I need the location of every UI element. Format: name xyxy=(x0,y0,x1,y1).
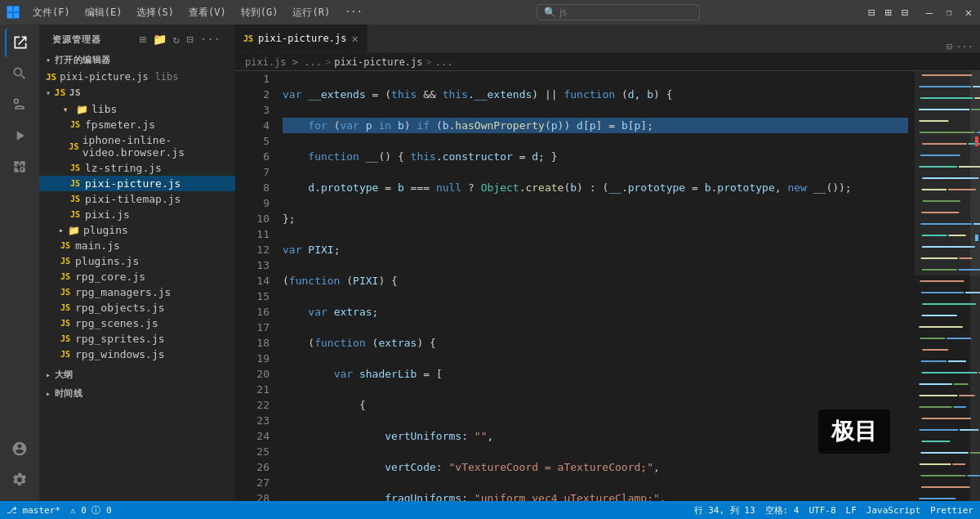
js-folder-chevron: ▾ xyxy=(46,88,51,97)
file-fpsmeter[interactable]: JS fpsmeter.js xyxy=(39,117,235,132)
tab-close-button[interactable]: ✕ xyxy=(351,32,358,45)
breadcrumb-sep-2: > xyxy=(426,56,432,68)
file-rpg-windows[interactable]: JS rpg_windows.js xyxy=(39,347,235,362)
maximize-button[interactable]: ❐ xyxy=(944,7,954,17)
file-plugins-js[interactable]: JS plugins.js xyxy=(39,253,235,269)
file-pixi-picture[interactable]: JS pixi-picture.js xyxy=(39,176,235,191)
code-editor[interactable]: 12345 678910 1112131415 1617181920 21222… xyxy=(235,71,980,501)
language-mode[interactable]: JavaScript xyxy=(866,505,920,516)
file-rpg-scenes[interactable]: JS rpg_scenes.js xyxy=(39,315,235,331)
code-content[interactable]: var __extends = (this && this.__extends)… xyxy=(276,71,915,501)
minimap-slider[interactable] xyxy=(970,71,980,501)
sidebar-actions: ⊞ 📁 ↻ ⊟ ··· xyxy=(137,31,222,47)
new-file-button[interactable]: ⊞ xyxy=(137,31,147,47)
title-bar-left: 文件(F) 编辑(E) 选择(S) 查看(V) 转到(G) 运行(R) ··· xyxy=(7,4,369,21)
outline-header[interactable]: ▸ 大纲 xyxy=(39,365,235,384)
close-button[interactable]: ✕ xyxy=(964,7,973,17)
cursor-position[interactable]: 行 34, 列 13 xyxy=(694,504,755,517)
search-input[interactable] xyxy=(559,7,674,18)
tab-pixi-picture[interactable]: JS pixi-picture.js ✕ xyxy=(235,25,368,52)
sidebar-title: 资源管理器 xyxy=(52,34,101,46)
file-rpg-managers[interactable]: JS rpg_managers.js xyxy=(39,284,235,300)
breadcrumb-file[interactable]: pixi-picture.js xyxy=(334,56,422,68)
menu-goto[interactable]: 转到(G) xyxy=(234,4,285,21)
open-file-pixi-picture[interactable]: JS pixi-picture.js libs xyxy=(39,69,235,84)
activity-bottom xyxy=(5,434,34,501)
open-editors-section: ▾ 打开的编辑器 JS pixi-picture.js libs xyxy=(39,51,235,84)
line-endings[interactable]: LF xyxy=(846,505,857,516)
svg-rect-1 xyxy=(14,7,19,11)
file-lz-string[interactable]: JS lz-string.js xyxy=(39,160,235,176)
file-rpg-objects[interactable]: JS rpg_objects.js xyxy=(39,300,235,315)
file-rpg-core[interactable]: JS rpg_core.js xyxy=(39,269,235,284)
layout-icon[interactable]: ⊟ xyxy=(868,6,875,19)
file-rpg-core-icon: JS xyxy=(59,272,72,281)
open-file-name: pixi-picture.js xyxy=(60,71,148,83)
file-iphone-video[interactable]: JS iphone-inline-video.browser.js xyxy=(39,132,235,160)
menu-file[interactable]: 文件(F) xyxy=(26,4,77,21)
file-pixi-tilemap-icon: JS xyxy=(69,195,82,204)
js-badge: JS xyxy=(46,72,56,83)
encoding[interactable]: UTF-8 xyxy=(808,505,835,516)
indent-size[interactable]: 空格: 4 xyxy=(765,504,800,517)
split-editor-button[interactable]: ⊟ xyxy=(947,41,952,52)
activity-bar xyxy=(0,25,39,501)
menu-run[interactable]: 运行(R) xyxy=(286,4,336,21)
js-folder-header[interactable]: ▾ JS JS xyxy=(39,84,235,101)
sidebar-more[interactable]: ··· xyxy=(198,31,222,47)
menu-view[interactable]: 查看(V) xyxy=(182,4,233,21)
new-folder-button[interactable]: 📁 xyxy=(151,31,168,47)
folder-plugins[interactable]: ▸ 📁 plugins xyxy=(39,222,235,238)
code-line-6: var PIXI; xyxy=(283,242,908,257)
collapse-button[interactable]: ⊟ xyxy=(185,31,194,47)
breadcrumb-pixi-js[interactable]: pixi.js > ... xyxy=(245,56,322,68)
menu-edit[interactable]: 编辑(E) xyxy=(78,4,129,21)
breadcrumb-more[interactable]: ... xyxy=(435,56,453,68)
menu-select[interactable]: 选择(S) xyxy=(130,4,180,21)
file-pixi-tilemap-label: pixi-tilemap.js xyxy=(85,193,180,205)
breadcrumb-sep-1: > xyxy=(325,56,331,68)
search-bar[interactable]: 🔍 xyxy=(537,4,700,20)
file-iphone-video-label: iphone-inline-video.browser.js xyxy=(82,134,235,159)
layout2-icon[interactable]: ⊞ xyxy=(884,6,891,19)
code-line-2: for (var p in b) if (b.hasOwnProperty(p)… xyxy=(283,118,908,133)
activity-accounts[interactable] xyxy=(5,434,34,463)
activity-explorer[interactable] xyxy=(5,28,34,57)
code-line-9: (function (extras) { xyxy=(283,335,908,351)
folder-plugins-chevron: ▸ xyxy=(59,226,64,235)
activity-settings[interactable] xyxy=(5,465,34,494)
errors-warnings[interactable]: ⚠ 0 ⓘ 0 xyxy=(70,504,112,517)
open-editors-label: 打开的编辑器 xyxy=(55,54,111,66)
file-fpsmeter-label: fpsmeter.js xyxy=(85,119,155,131)
git-branch[interactable]: ⎇ master* xyxy=(7,505,60,516)
layout3-icon[interactable]: ⊟ xyxy=(902,6,908,19)
activity-run[interactable] xyxy=(5,121,34,150)
open-editors-chevron: ▾ xyxy=(46,56,51,65)
outline-chevron: ▸ xyxy=(46,370,51,379)
more-tabs-button[interactable]: ··· xyxy=(956,41,973,52)
sidebar-header: 资源管理器 ⊞ 📁 ↻ ⊟ ··· xyxy=(39,25,235,51)
activity-search[interactable] xyxy=(5,59,34,88)
app-icon xyxy=(7,6,20,19)
search-icon: 🔍 xyxy=(544,7,556,18)
folder-plugins-label: plugins xyxy=(83,224,128,236)
file-rpg-managers-icon: JS xyxy=(59,288,72,297)
folder-libs[interactable]: ▾ 📁 libs xyxy=(39,101,235,117)
activity-source-control[interactable] xyxy=(5,90,34,119)
file-pixi[interactable]: JS pixi.js xyxy=(39,207,235,222)
main-layout: 资源管理器 ⊞ 📁 ↻ ⊟ ··· ▾ 打开的编辑器 JS pixi-pictu… xyxy=(0,25,980,501)
file-main[interactable]: JS main.js xyxy=(39,238,235,253)
file-main-label: main.js xyxy=(75,239,120,252)
menu-more[interactable]: ··· xyxy=(338,4,369,21)
timeline-header[interactable]: ▸ 时间线 xyxy=(39,384,235,403)
activity-extensions[interactable] xyxy=(5,152,34,181)
folder-libs-chevron: ▾ xyxy=(59,104,72,115)
open-editors-header[interactable]: ▾ 打开的编辑器 xyxy=(39,51,235,69)
formatter[interactable]: Prettier xyxy=(930,505,973,516)
tab-js-badge: JS xyxy=(243,34,253,43)
file-rpg-sprites[interactable]: JS rpg_sprites.js xyxy=(39,331,235,347)
minimize-button[interactable]: — xyxy=(924,7,934,17)
refresh-button[interactable]: ↻ xyxy=(172,31,181,47)
file-pixi-tilemap[interactable]: JS pixi-tilemap.js xyxy=(39,191,235,207)
line-numbers: 12345 678910 1112131415 1617181920 21222… xyxy=(235,71,276,501)
